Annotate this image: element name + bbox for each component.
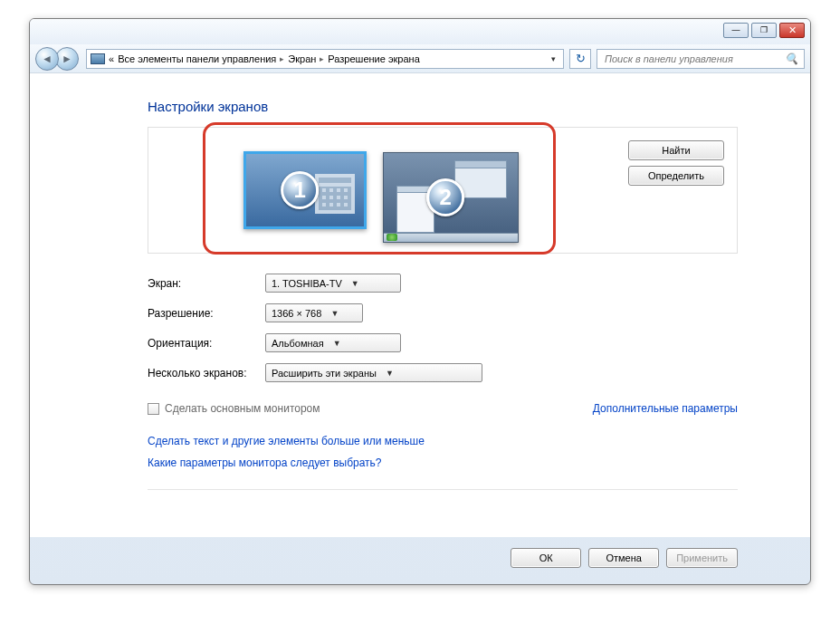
minimize-icon: — bbox=[732, 26, 740, 34]
breadcrumb[interactable]: « Все элементы панели управления ▸ Экран… bbox=[86, 49, 564, 69]
orientation-label: Ориентация: bbox=[148, 337, 265, 350]
close-icon: ✕ bbox=[788, 25, 797, 35]
help-links: Сделать текст и другие элементы больше и… bbox=[148, 435, 738, 469]
detect-button[interactable]: Определить bbox=[628, 166, 724, 186]
refresh-button[interactable]: ↻ bbox=[569, 49, 591, 69]
multi-combo[interactable]: Расширить эти экраны ▼ bbox=[265, 363, 482, 382]
breadcrumb-dropdown-icon[interactable]: ▾ bbox=[548, 54, 559, 63]
make-main-label: Сделать основным монитором bbox=[165, 402, 320, 415]
display-settings-form: Экран: 1. TOSHIBA-TV ▼ Разрешение: 1366 … bbox=[148, 274, 738, 469]
breadcrumb-prefix: « bbox=[109, 53, 114, 64]
chevron-right-icon: ▸ bbox=[280, 54, 284, 63]
cancel-button[interactable]: Отмена bbox=[588, 548, 659, 568]
display-1-number: 1 bbox=[281, 171, 319, 209]
maximize-icon: ❐ bbox=[760, 26, 768, 34]
search-icon: 🔍 bbox=[785, 53, 798, 65]
display-2-number: 2 bbox=[426, 178, 464, 216]
page-title: Настройки экранов bbox=[148, 99, 738, 114]
dialog-footer: ОК Отмена Применить bbox=[30, 537, 810, 584]
screen-combo-value: 1. TOSHIBA-TV bbox=[272, 278, 342, 289]
resolution-label: Разрешение: bbox=[148, 307, 265, 320]
chevron-down-icon: ▼ bbox=[351, 279, 359, 288]
which-settings-link[interactable]: Какие параметры монитора следует выбрать… bbox=[148, 456, 738, 469]
chevron-down-icon: ▼ bbox=[330, 309, 339, 318]
advanced-settings-link[interactable]: Дополнительные параметры bbox=[593, 402, 738, 415]
maximize-button[interactable]: ❐ bbox=[751, 23, 777, 38]
back-button[interactable]: ◄ bbox=[35, 47, 59, 71]
search-input[interactable] bbox=[603, 53, 785, 65]
breadcrumb-item[interactable]: Экран bbox=[288, 53, 316, 64]
screen-combo[interactable]: 1. TOSHIBA-TV ▼ bbox=[265, 274, 401, 293]
window-frame: — ❐ ✕ ◄ ► « Все элементы панели управлен… bbox=[29, 18, 811, 585]
arrow-right-icon: ► bbox=[62, 53, 72, 65]
resolution-combo[interactable]: 1366 × 768 ▼ bbox=[265, 303, 363, 322]
close-button[interactable]: ✕ bbox=[779, 23, 805, 38]
breadcrumb-item[interactable]: Разрешение экрана bbox=[328, 53, 419, 64]
orientation-combo[interactable]: Альбомная ▼ bbox=[265, 333, 401, 352]
apply-button[interactable]: Применить bbox=[666, 548, 738, 568]
refresh-icon: ↻ bbox=[576, 52, 586, 65]
chevron-down-icon: ▼ bbox=[386, 369, 394, 378]
arrow-left-icon: ◄ bbox=[42, 53, 52, 65]
chevron-right-icon: ▸ bbox=[320, 54, 324, 63]
resolution-combo-value: 1366 × 768 bbox=[272, 308, 321, 319]
multi-combo-value: Расширить эти экраны bbox=[272, 368, 377, 379]
minimize-button[interactable]: — bbox=[723, 23, 749, 38]
display-arrangement-panel: 1 2 Найти Определить bbox=[148, 127, 738, 254]
control-panel-icon bbox=[91, 53, 105, 64]
display-side-buttons: Найти Определить bbox=[614, 128, 737, 253]
titlebar: — ❐ ✕ bbox=[30, 19, 810, 44]
text-size-link[interactable]: Сделать текст и другие элементы больше и… bbox=[148, 435, 738, 447]
separator bbox=[148, 489, 738, 490]
display-1-wallpaper-icon bbox=[315, 174, 355, 214]
make-main-row: Сделать основным монитором Дополнительны… bbox=[148, 402, 738, 415]
orientation-combo-value: Альбомная bbox=[272, 338, 324, 349]
ok-button[interactable]: ОК bbox=[511, 548, 581, 568]
display-stage[interactable]: 1 2 bbox=[148, 128, 614, 253]
multi-label: Несколько экранов: bbox=[148, 367, 265, 379]
make-main-checkbox[interactable] bbox=[148, 403, 159, 415]
content-area: Настройки экранов 1 2 bbox=[30, 73, 810, 537]
address-bar: ◄ ► « Все элементы панели управления ▸ Э… bbox=[30, 44, 810, 73]
search-box[interactable]: 🔍 bbox=[597, 49, 805, 69]
find-button[interactable]: Найти bbox=[628, 140, 724, 160]
chevron-down-icon: ▼ bbox=[333, 339, 341, 348]
screen-label: Экран: bbox=[148, 277, 265, 290]
breadcrumb-item[interactable]: Все элементы панели управления bbox=[118, 53, 276, 64]
display-1[interactable]: 1 bbox=[243, 151, 367, 229]
nav-buttons: ◄ ► bbox=[35, 47, 81, 71]
display-2[interactable]: 2 bbox=[383, 152, 519, 243]
